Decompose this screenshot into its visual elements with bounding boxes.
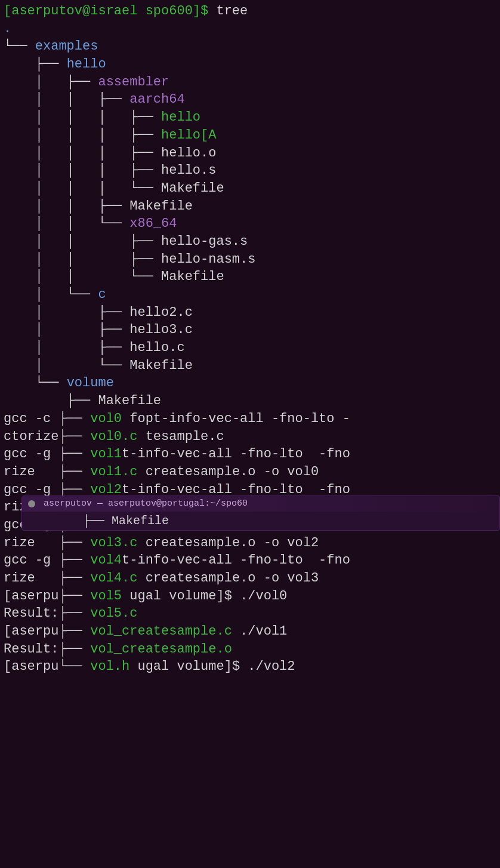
tree-line: │ │ ├── Makefile [4,198,496,216]
terminal: [aserputov@israel spo600]$ tree . └── ex… [0,0,500,868]
window-dot [28,500,35,507]
mixed-line: gcc -g ├── vol4t-info-vec-all -fno-lto -… [4,552,496,570]
mixed-line: ctorize├── vol0.c tesample.c [4,428,496,446]
tree-line: │ │ └── Makefile [4,268,496,286]
tree-line: │ │ │ ├── hello[A [4,127,496,144]
tree-line: │ ├── hello3.c [4,321,496,339]
tree-line: │ ├── hello2.c [4,304,496,322]
overlay-terminal: aserputov — aserputov@portugal:~/spo60 ├… [21,495,500,531]
tree-line: │ │ │ └── Makefile [4,180,496,198]
tree-line: │ │ ├── aarch64 [4,91,496,109]
mixed-line: rize ├── vol4.c createsample.o -o vol3 [4,570,496,587]
mixed-line: rize ├── vol3.c createsample.o -o vol2 [4,534,496,552]
tree-line: │ │ ├── hello-nasm.s [4,251,496,269]
tree-line: │ │ │ ├── hello.s [4,162,496,180]
tree-line: │ └── c [4,286,496,304]
tree-line: │ ├── hello.c [4,339,496,357]
mixed-line: Result:├── vol_createsample.o [4,641,496,658]
tree-line: │ │ │ ├── hello.o [4,144,496,162]
mixed-line: [aserpu├── vol5 ugal volume]$ ./vol0 [4,587,496,605]
mixed-line: Result:├── vol5.c [4,605,496,623]
mixed-line: gcc -g ├── vol1t-info-vec-all -fno-lto -… [4,445,496,463]
overlay-line: ├── Makefile [26,513,496,529]
mixed-line: gcc -c ├── vol0 fopt-info-vec-all -fno-l… [4,410,496,428]
tree-line: │ │ ├── hello-gas.s [4,233,496,251]
overlay-title-text: aserputov — aserputov@portugal:~/spo60 [44,498,248,510]
overlay-content: ├── Makefile [22,512,499,530]
mixed-line: [aserpu└── vol.h ugal volume]$ ./vol2 [4,658,496,676]
tree-line: └── volume [4,374,496,392]
overlay-titlebar: aserputov — aserputov@portugal:~/spo60 [22,496,499,512]
mixed-line: [aserpu├── vol_createsample.c ./vol1 [4,623,496,641]
tree-line: │ └── Makefile [4,357,496,375]
dot-line: . [4,20,496,38]
tree-line: │ │ │ ├── hello [4,109,496,127]
mixed-line: rize ├── vol1.c createsample.o -o vol0 [4,463,496,481]
mixed-line: ├── Makefile [4,392,496,410]
tree-line: ├── hello [4,56,496,73]
tree-line: │ ├── assembler [4,73,496,91]
tree-line: │ │ └── x86_64 [4,215,496,233]
prompt-line-1: [aserputov@israel spo600]$ tree [4,2,496,20]
tree-line: └── examples [4,38,496,56]
